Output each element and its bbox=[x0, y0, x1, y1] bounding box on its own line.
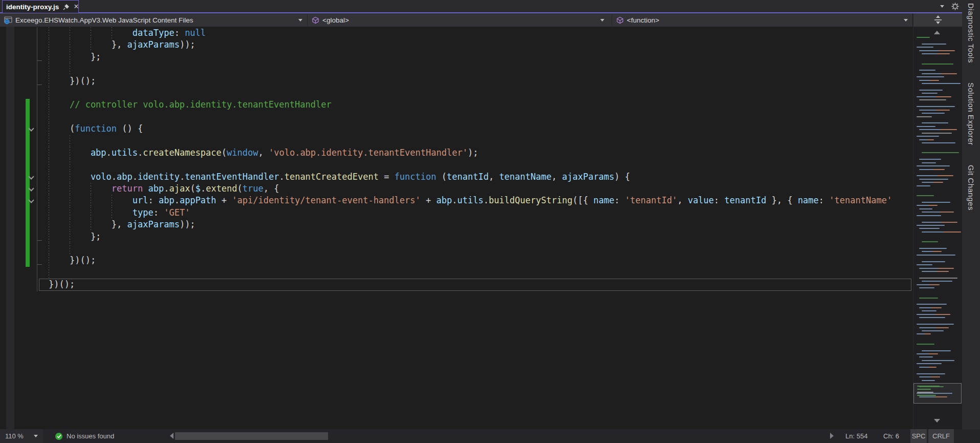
minimap-row bbox=[919, 278, 957, 279]
minimap-row bbox=[922, 122, 948, 123]
minimap-scrollbar[interactable] bbox=[913, 13, 962, 429]
scroll-up-arrow[interactable] bbox=[934, 31, 940, 34]
hscroll-thumb[interactable] bbox=[175, 432, 328, 440]
scroll-down-arrow[interactable] bbox=[934, 419, 940, 423]
code-line[interactable] bbox=[0, 111, 913, 123]
scope-dropdown[interactable]: <global> bbox=[308, 13, 612, 27]
code-lines: dataType: null}, ajaxParams));};})();// … bbox=[0, 27, 913, 291]
code-text: }; bbox=[42, 51, 101, 63]
minimap-row bbox=[919, 129, 957, 130]
minimap-row bbox=[919, 317, 945, 318]
minimap-row bbox=[913, 238, 963, 239]
navigation-bar: Exceego.EHSWatch.AppV3.Web JavaScript Co… bbox=[0, 13, 912, 27]
code-line[interactable]: }; bbox=[0, 231, 913, 243]
code-text: }, ajaxParams)); bbox=[63, 39, 195, 51]
indent-guide bbox=[49, 183, 49, 195]
minimap-row bbox=[922, 231, 961, 233]
minimap-row bbox=[922, 251, 942, 252]
code-line[interactable] bbox=[0, 267, 913, 279]
outline-end-tick bbox=[37, 240, 42, 241]
indent-guide bbox=[49, 243, 49, 255]
change-tracking-bar bbox=[26, 135, 30, 147]
close-icon[interactable]: × bbox=[74, 3, 78, 11]
code-line[interactable]: url: abp.appPath + 'api/identity/tenant-… bbox=[0, 195, 913, 206]
indent-guide bbox=[70, 27, 70, 39]
code-line[interactable] bbox=[0, 159, 913, 171]
minimap-viewport[interactable] bbox=[913, 383, 962, 404]
minimap-row bbox=[913, 370, 963, 371]
code-editor[interactable]: dataType: null}, ajaxParams));};})();// … bbox=[0, 27, 913, 429]
pin-icon[interactable] bbox=[63, 4, 70, 10]
project-dropdown[interactable]: Exceego.EHSWatch.AppV3.Web JavaScript Co… bbox=[0, 13, 307, 27]
code-line[interactable] bbox=[0, 135, 913, 147]
splitter-handle[interactable] bbox=[913, 13, 963, 27]
tab-identity-proxy-js[interactable]: identity-proxy.js × bbox=[2, 0, 79, 13]
minimap-row bbox=[913, 258, 963, 259]
issues-indicator[interactable]: No issues found bbox=[55, 429, 114, 443]
line-ending-indicator[interactable]: CRLF bbox=[928, 429, 954, 443]
side-tool-tabs: Diagnostic Tools Solution Explorer Git C… bbox=[962, 0, 980, 429]
indent-guide bbox=[49, 39, 49, 51]
minimap-row bbox=[919, 287, 934, 288]
member-dropdown[interactable]: <function> bbox=[612, 13, 912, 27]
code-line[interactable]: volo.abp.identity.tenantEventHandler.ten… bbox=[0, 171, 913, 183]
tab-solution-explorer[interactable]: Solution Explorer bbox=[967, 82, 975, 145]
code-text: volo.abp.identity.tenantEventHandler.ten… bbox=[42, 171, 630, 183]
code-line[interactable] bbox=[0, 87, 913, 99]
code-line[interactable]: })(); bbox=[0, 75, 913, 87]
code-line[interactable] bbox=[0, 63, 913, 75]
code-line[interactable]: (function () { bbox=[0, 123, 913, 135]
chevron-down-icon bbox=[34, 435, 38, 437]
minimap-row bbox=[919, 90, 943, 91]
code-line[interactable]: // controller volo.abp.identity.tenantEv… bbox=[0, 99, 913, 111]
zoom-level-dropdown[interactable]: 110 % bbox=[0, 429, 43, 443]
tab-list-chevron-down-icon[interactable] bbox=[940, 5, 944, 8]
minimap-row bbox=[913, 172, 963, 173]
minimap-row bbox=[917, 215, 941, 216]
hscroll-left-arrow[interactable] bbox=[170, 433, 173, 439]
code-line[interactable]: }; bbox=[0, 51, 913, 63]
code-line[interactable]: return abp.ajax($.extend(true, { bbox=[0, 183, 913, 195]
code-text: return abp.ajax($.extend(true, { bbox=[63, 183, 279, 195]
member-dropdown-label: <function> bbox=[627, 16, 659, 24]
indent-guide bbox=[91, 195, 91, 206]
indent-guide bbox=[49, 27, 49, 39]
tab-git-changes[interactable]: Git Changes bbox=[967, 165, 975, 210]
minimap-content[interactable] bbox=[913, 37, 963, 399]
minimap-row bbox=[919, 376, 940, 377]
minimap-row bbox=[913, 198, 963, 199]
indent-guide bbox=[70, 147, 70, 159]
minimap-row bbox=[919, 298, 938, 299]
minimap-row bbox=[917, 106, 955, 107]
indent-guide bbox=[70, 51, 70, 63]
minimap-row bbox=[922, 360, 954, 361]
hscroll-right-arrow[interactable] bbox=[830, 433, 834, 439]
minimap-row bbox=[917, 363, 942, 364]
minimap-row bbox=[922, 93, 938, 94]
insert-mode-indicator[interactable]: SPC bbox=[910, 429, 927, 443]
minimap-row bbox=[922, 152, 959, 153]
minimap-row bbox=[922, 261, 945, 262]
namespace-cube-icon bbox=[616, 16, 624, 24]
indent-guide bbox=[49, 123, 49, 135]
code-line[interactable]: dataType: null bbox=[0, 27, 913, 39]
indent-guide bbox=[91, 39, 91, 51]
minimap-row bbox=[922, 222, 957, 223]
code-line-current[interactable]: })(); bbox=[0, 279, 913, 290]
indent-guide bbox=[70, 207, 70, 219]
minimap-row bbox=[919, 307, 942, 308]
code-line[interactable]: abp.utils.createNamespace(window, 'volo.… bbox=[0, 147, 913, 159]
gear-icon[interactable] bbox=[951, 3, 959, 10]
minimap-row bbox=[913, 87, 963, 88]
code-text: (function () { bbox=[21, 123, 143, 135]
minimap-row bbox=[917, 205, 938, 206]
code-line[interactable]: type: 'GET' bbox=[0, 207, 913, 219]
code-line[interactable]: })(); bbox=[0, 255, 913, 266]
tab-diagnostic-tools[interactable]: Diagnostic Tools bbox=[967, 3, 975, 63]
indent-guide bbox=[49, 219, 49, 230]
change-tracking-bar bbox=[26, 255, 30, 266]
code-line[interactable]: }, ajaxParams)); bbox=[0, 39, 913, 51]
code-line[interactable] bbox=[0, 243, 913, 255]
code-line[interactable]: }, ajaxParams)); bbox=[0, 219, 913, 230]
chevron-down-icon bbox=[298, 19, 302, 22]
